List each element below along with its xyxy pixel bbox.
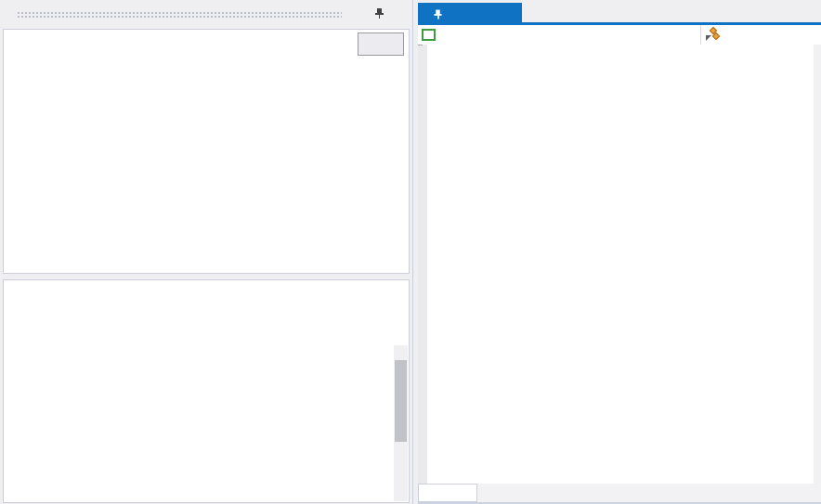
legend-button[interactable] (358, 32, 404, 56)
window-pin-icon[interactable] (370, 6, 388, 22)
project-dropdown[interactable] (418, 25, 701, 45)
properties-grid (5, 345, 394, 501)
editor-navigation-bar (418, 25, 821, 45)
scroll-up-icon[interactable] (394, 345, 408, 359)
properties-scrollbar[interactable] (394, 345, 408, 501)
syntax-tree-panel (3, 29, 410, 274)
code-editor[interactable] (418, 45, 821, 484)
scrollbar-thumb[interactable] (395, 360, 407, 442)
editor-group (418, 0, 821, 504)
scroll-down-icon[interactable] (394, 487, 408, 501)
property-type-row (34, 305, 64, 318)
syntax-visualizer-tool-window (0, 0, 413, 504)
class-icon (705, 28, 720, 43)
pin-icon (375, 8, 384, 19)
tab-pin-icon[interactable] (434, 9, 441, 19)
horizontal-scrollbar-track[interactable] (477, 484, 821, 502)
properties-panel (3, 279, 410, 503)
editor-bottom-bar (418, 484, 821, 504)
breakpoint-margin[interactable] (418, 45, 427, 484)
window-close-icon[interactable] (388, 6, 407, 22)
type-dropdown[interactable] (701, 25, 821, 45)
property-kind-row (34, 326, 64, 339)
outlining-scope-end-tick (418, 45, 423, 45)
titlebar-drag-grip[interactable] (17, 11, 342, 18)
document-tab-strip (418, 0, 821, 25)
csharp-project-icon (422, 29, 436, 41)
editor-zoom-dropdown[interactable] (418, 484, 477, 502)
window-position-menu-icon[interactable] (351, 6, 370, 22)
tool-window-titlebar (0, 0, 412, 27)
editor-vertical-scrollbar[interactable] (814, 45, 821, 484)
